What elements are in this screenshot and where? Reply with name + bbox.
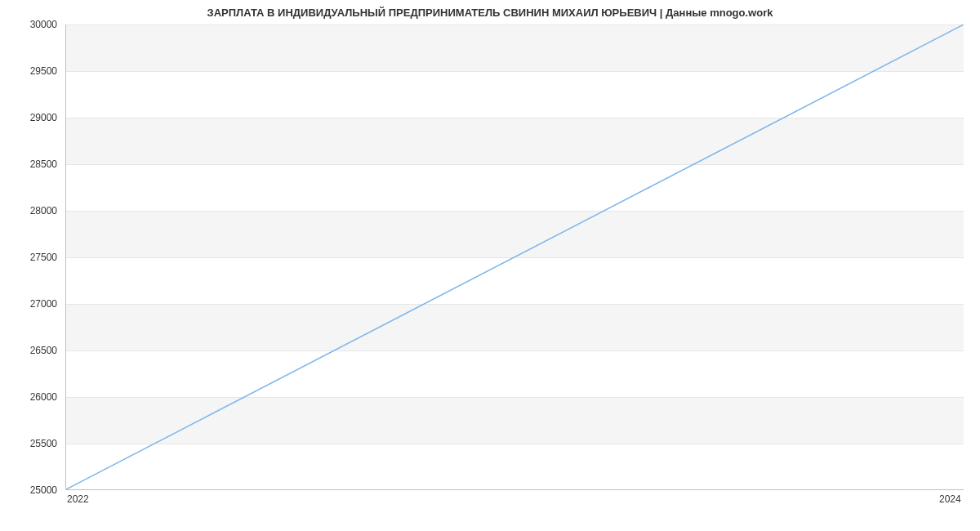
y-tick-label: 28000 — [0, 205, 57, 216]
y-tick-label: 30000 — [0, 19, 57, 30]
y-tick-label: 25000 — [0, 484, 57, 496]
line-layer — [66, 25, 964, 489]
chart-title: ЗАРПЛАТА В ИНДИВИДУАЛЬНЫЙ ПРЕДПРИНИМАТЕЛ… — [0, 7, 980, 19]
y-tick-label: 27500 — [0, 252, 57, 263]
salary-series-line — [66, 25, 964, 489]
y-tick-label: 29500 — [0, 65, 57, 77]
y-tick-label: 29000 — [0, 112, 57, 123]
y-tick-label: 28500 — [0, 158, 57, 170]
y-tick-label: 25500 — [0, 438, 57, 449]
plot-area — [65, 25, 964, 490]
y-tick-label: 26000 — [0, 391, 57, 403]
y-tick-label: 26500 — [0, 345, 57, 356]
y-tick-label: 27000 — [0, 298, 57, 310]
x-tick-label: 2024 — [939, 493, 961, 505]
chart-container: ЗАРПЛАТА В ИНДИВИДУАЛЬНЫЙ ПРЕДПРИНИМАТЕЛ… — [0, 0, 980, 531]
plot-inner — [66, 25, 964, 489]
x-tick-label: 2022 — [67, 493, 89, 505]
